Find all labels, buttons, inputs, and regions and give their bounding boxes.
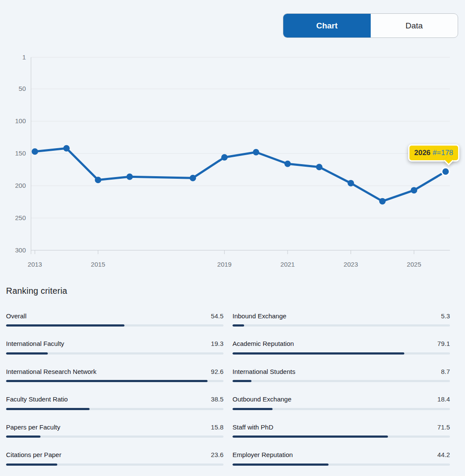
chart-tooltip: 2026#=178 [408, 144, 459, 162]
criteria-row-head: International Faculty19.3 [6, 339, 223, 348]
criteria-bar-fill [6, 464, 57, 466]
criteria-value: 18.4 [437, 395, 450, 403]
x-axis-tick-label: 2021 [280, 261, 294, 268]
criteria-bar-track [6, 352, 223, 355]
chart-point-2023[interactable] [347, 180, 354, 187]
ranking-chart: 1501001502002503002013201520192021202320… [0, 0, 465, 278]
criteria-label: Inbound Exchange [232, 312, 286, 320]
criteria-row-head: Overall54.5 [6, 311, 223, 320]
criteria-bar-fill [232, 436, 388, 438]
criteria-bar-track [6, 436, 223, 438]
y-axis-tick-label: 1 [22, 53, 26, 61]
criteria-bar-fill [6, 352, 48, 355]
criteria-value: 54.5 [211, 312, 223, 320]
y-axis-tick-label: 300 [15, 246, 26, 254]
criteria-bar-fill [232, 324, 244, 327]
criteria-column-right: Inbound Exchange5.3Academic Reputation79… [232, 311, 450, 476]
chart-point-2019[interactable] [221, 154, 228, 161]
y-axis-tick-label: 150 [15, 149, 26, 157]
criteria-row: Overall54.5 [6, 311, 223, 327]
criteria-columns: Overall54.5International Faculty19.3Inte… [6, 311, 459, 476]
criteria-row: International Research Network92.6 [6, 367, 223, 382]
chart-point-2022[interactable] [316, 164, 322, 170]
criteria-value: 15.8 [211, 423, 223, 431]
x-axis-tick-label: 2025 [407, 261, 421, 268]
criteria-value: 23.6 [211, 451, 223, 458]
criteria-row-head: Citations per Paper23.6 [6, 451, 223, 459]
chart-point-2015[interactable] [95, 177, 101, 183]
criteria-value: 5.3 [441, 312, 450, 320]
chart-point-2021[interactable] [285, 161, 291, 167]
criteria-bar-track [232, 380, 450, 382]
criteria-value: 71.5 [437, 423, 450, 431]
chart-point-2026[interactable] [442, 168, 450, 175]
chart-point-2025[interactable] [411, 187, 417, 193]
x-axis-tick-label: 2015 [91, 261, 105, 268]
criteria-bar-fill [232, 464, 329, 466]
criteria-label: Citations per Paper [6, 451, 61, 458]
x-axis-tick-label: 2019 [217, 261, 232, 268]
x-axis-tick-label: 2023 [344, 261, 358, 268]
criteria-bar-fill [6, 324, 124, 327]
criteria-row: Citations per Paper23.6 [6, 451, 223, 466]
criteria-label: Papers per Faculty [6, 423, 60, 431]
rank-line [35, 148, 446, 201]
criteria-row-head: Papers per Faculty15.8 [6, 423, 223, 431]
criteria-label: Staff with PhD [232, 423, 273, 431]
criteria-row-head: Employer Reputation44.2 [232, 451, 450, 459]
criteria-bar-track [6, 408, 223, 410]
criteria-value: 44.2 [437, 451, 450, 458]
criteria-label: Academic Reputation [232, 340, 294, 347]
criteria-row-head: International Students8.7 [232, 367, 450, 376]
criteria-row: Academic Reputation79.1 [232, 339, 450, 355]
criteria-row: Outbound Exchange18.4 [232, 395, 450, 410]
criteria-label: International Research Network [6, 368, 96, 375]
criteria-column-left: Overall54.5International Faculty19.3Inte… [6, 311, 223, 476]
y-axis-tick-label: 50 [19, 85, 26, 92]
criteria-bar-fill [6, 436, 40, 438]
chart-point-2013[interactable] [32, 148, 38, 155]
tooltip-rank: #=178 [433, 149, 453, 157]
chart-point-2020[interactable] [253, 149, 259, 156]
x-axis-tick-label: 2013 [28, 261, 42, 268]
criteria-label: Faculty Student Ratio [6, 395, 68, 403]
criteria-row: Staff with PhD71.5 [232, 423, 450, 438]
criteria-label: International Faculty [6, 340, 64, 347]
criteria-label: Outbound Exchange [232, 395, 291, 403]
criteria-bar-track [6, 324, 223, 327]
criteria-value: 38.5 [211, 395, 223, 403]
criteria-bar-fill [6, 408, 90, 410]
criteria-bar-track [232, 408, 450, 410]
criteria-bar-fill [232, 352, 404, 355]
chart-point-2024[interactable] [379, 198, 386, 205]
criteria-value: 79.1 [437, 340, 450, 347]
criteria-label: Overall [6, 312, 27, 320]
criteria-bar-track [232, 324, 450, 327]
criteria-bar-track [232, 436, 450, 438]
criteria-row-head: Outbound Exchange18.4 [232, 395, 450, 404]
tooltip-year: 2026 [414, 149, 431, 157]
criteria-bar-fill [6, 380, 208, 382]
chart-point-2016[interactable] [127, 174, 133, 180]
criteria-row-head: Faculty Student Ratio38.5 [6, 395, 223, 404]
criteria-row-head: Staff with PhD71.5 [232, 423, 450, 431]
criteria-row-head: Academic Reputation79.1 [232, 339, 450, 348]
y-axis-tick-label: 100 [15, 117, 26, 124]
criteria-bar-track [232, 352, 450, 355]
criteria-row: Inbound Exchange5.3 [232, 311, 450, 327]
ranking-criteria-heading: Ranking criteria [6, 286, 465, 296]
criteria-value: 19.3 [211, 340, 223, 347]
criteria-label: International Students [232, 368, 295, 375]
criteria-bar-fill [232, 380, 251, 382]
criteria-label: Employer Reputation [232, 451, 293, 458]
chart-point-2018[interactable] [189, 175, 196, 181]
y-axis-tick-label: 200 [15, 182, 26, 189]
chart-point-2014[interactable] [63, 145, 70, 152]
criteria-row: International Students8.7 [232, 367, 450, 382]
criteria-row-head: International Research Network92.6 [6, 367, 223, 376]
criteria-row-head: Inbound Exchange5.3 [232, 311, 450, 320]
criteria-row: Papers per Faculty15.8 [6, 423, 223, 438]
criteria-row: Employer Reputation44.2 [232, 451, 450, 466]
criteria-bar-track [6, 380, 223, 382]
criteria-bar-track [232, 464, 450, 466]
